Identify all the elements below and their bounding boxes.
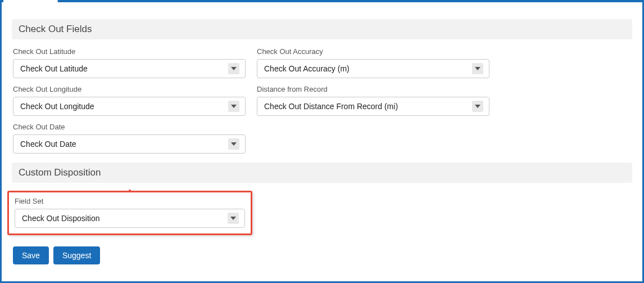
page-frame: Check Out Fields Check Out Latitude Chec… xyxy=(0,0,644,283)
dropdown-check-out-date[interactable]: Check Out Date xyxy=(13,134,246,154)
dropdown-check-out-longitude[interactable]: Check Out Longitude xyxy=(13,97,246,116)
label-field-set: Field Set xyxy=(15,197,245,205)
field-field-set: Field Set Check Out Disposition xyxy=(15,197,245,228)
active-tab-indicator xyxy=(2,0,58,2)
field-check-out-latitude: Check Out Latitude Check Out Latitude xyxy=(13,47,246,78)
fields-row-3: Check Out Date Check Out Date xyxy=(12,123,632,154)
label-check-out-latitude: Check Out Latitude xyxy=(13,47,246,56)
dropdown-value: Check Out Latitude xyxy=(20,64,238,73)
section-custom-disposition: Custom Disposition xyxy=(12,163,632,183)
label-check-out-accuracy: Check Out Accuracy xyxy=(257,47,489,56)
dropdown-value: Check Out Disposition xyxy=(22,214,238,223)
dropdown-value: Check Out Accuracy (m) xyxy=(264,64,482,73)
dropdown-distance-from-record[interactable]: Check Out Distance From Record (mi) xyxy=(257,97,489,116)
field-check-out-accuracy: Check Out Accuracy Check Out Accuracy (m… xyxy=(257,47,489,78)
dropdown-value: Check Out Date xyxy=(20,140,238,149)
chevron-down-icon xyxy=(228,101,239,112)
chevron-down-icon xyxy=(228,138,239,150)
chevron-down-icon xyxy=(472,101,483,112)
field-check-out-longitude: Check Out Longitude Check Out Longitude xyxy=(13,85,246,116)
section-check-out-fields: Check Out Fields xyxy=(12,19,632,39)
dropdown-check-out-accuracy[interactable]: Check Out Accuracy (m) xyxy=(257,59,489,78)
highlighted-field-set: Field Set Check Out Disposition xyxy=(7,191,252,235)
label-distance-from-record: Distance from Record xyxy=(257,85,489,93)
chevron-down-icon xyxy=(228,63,239,74)
dropdown-value: Check Out Longitude xyxy=(20,102,238,111)
fields-row-1: Check Out Latitude Check Out Latitude Ch… xyxy=(12,47,632,78)
chevron-down-icon xyxy=(472,63,483,74)
dropdown-value: Check Out Distance From Record (mi) xyxy=(264,102,482,111)
field-check-out-date: Check Out Date Check Out Date xyxy=(13,123,246,154)
dropdown-field-set[interactable]: Check Out Disposition xyxy=(15,209,245,228)
field-distance-from-record: Distance from Record Check Out Distance … xyxy=(257,85,489,116)
label-check-out-date: Check Out Date xyxy=(13,123,246,131)
suggest-button[interactable]: Suggest xyxy=(53,246,100,264)
dropdown-check-out-latitude[interactable]: Check Out Latitude xyxy=(13,59,246,78)
button-row: Save Suggest xyxy=(12,246,632,264)
save-button[interactable]: Save xyxy=(13,246,49,264)
chevron-down-icon xyxy=(228,213,239,224)
fields-row-2: Check Out Longitude Check Out Longitude … xyxy=(12,85,632,116)
label-check-out-longitude: Check Out Longitude xyxy=(13,85,246,93)
